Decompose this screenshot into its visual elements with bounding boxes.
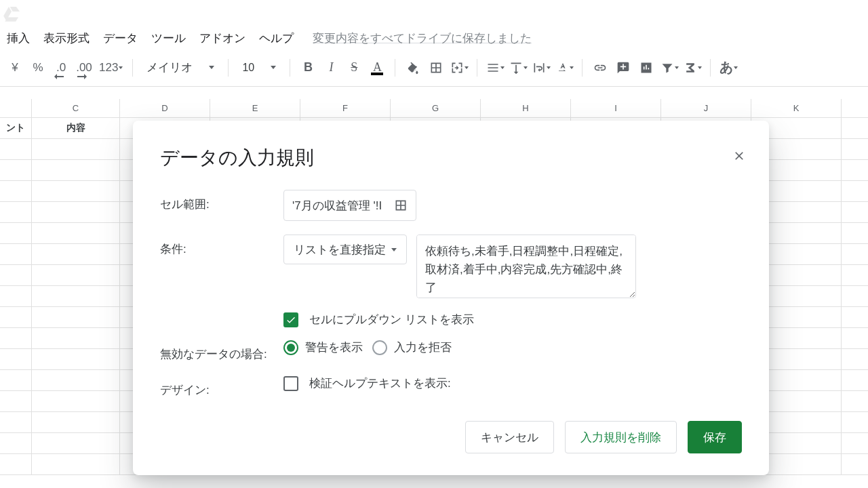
menu-format[interactable]: 表示形式: [37, 28, 96, 49]
menu-tools[interactable]: ツール: [144, 28, 193, 49]
close-button[interactable]: [728, 145, 750, 167]
col-header[interactable]: C: [32, 99, 120, 117]
menu-insert[interactable]: 挿入: [0, 28, 37, 49]
cell[interactable]: ント: [0, 118, 32, 138]
filter-button[interactable]: [658, 57, 680, 79]
menu-addons[interactable]: アドオン: [193, 28, 252, 49]
label-invalid-data: 無効なデータの場合:: [160, 340, 283, 362]
save-button[interactable]: 保存: [688, 421, 742, 453]
col-header[interactable]: F: [300, 99, 391, 117]
v-align-button[interactable]: [507, 57, 529, 79]
row-condition: 条件: リストを直接指定: [160, 235, 742, 298]
radio-warn-group: 警告を表示: [283, 340, 363, 355]
col-header[interactable]: J: [661, 99, 751, 117]
menu-data[interactable]: データ: [96, 28, 144, 49]
separator: [290, 59, 290, 77]
col-header[interactable]: I: [571, 99, 661, 117]
col-header[interactable]: G: [391, 99, 481, 117]
h-align-button[interactable]: [484, 57, 506, 79]
label-cell-range: セル範囲:: [160, 190, 283, 212]
separator: [710, 59, 711, 77]
help-text-checkbox[interactable]: [283, 376, 298, 391]
cell[interactable]: 内容: [32, 118, 120, 138]
col-header[interactable]: K: [751, 99, 842, 117]
italic-button[interactable]: I: [320, 57, 342, 79]
col-header[interactable]: E: [210, 99, 300, 117]
list-items-input[interactable]: [416, 235, 636, 298]
strikethrough-button[interactable]: S: [343, 57, 365, 79]
text-color-swatch: [371, 73, 383, 75]
more-formats-button[interactable]: 123: [96, 57, 125, 79]
input-method-button[interactable]: あ: [717, 57, 739, 79]
topbar: [0, 0, 868, 27]
show-dropdown-label: セルにプルダウン リストを表示: [309, 312, 474, 327]
currency-format-button[interactable]: ¥: [4, 57, 26, 79]
dialog-title: データの入力規則: [160, 145, 742, 171]
radio-show-warning[interactable]: [283, 340, 298, 355]
help-text-label: 検証ヘルプテキストを表示:: [309, 375, 451, 391]
font-family-select[interactable]: メイリオ: [140, 60, 221, 75]
col-header[interactable]: D: [120, 99, 210, 117]
row-show-dropdown: セルにプルダウン リストを表示: [160, 312, 742, 327]
col-header[interactable]: H: [481, 99, 571, 117]
show-dropdown-checkbox[interactable]: [283, 312, 298, 327]
column-headers: C D E F G H I J K: [0, 99, 868, 118]
cancel-button[interactable]: キャンセル: [465, 421, 554, 453]
label-condition: 条件:: [160, 235, 283, 257]
condition-type-select[interactable]: リストを直接指定: [283, 235, 407, 264]
radio-reject-input[interactable]: [372, 340, 387, 355]
font-size-select[interactable]: 10: [235, 62, 283, 74]
save-status: 変更内容をすべてドライブに保存しました: [313, 30, 532, 46]
insert-comment-button[interactable]: [612, 57, 634, 79]
functions-button[interactable]: [682, 57, 703, 79]
separator: [582, 59, 583, 77]
label-design: デザイン:: [160, 375, 283, 398]
remove-validation-button[interactable]: 入力規則を削除: [565, 421, 677, 453]
borders-button[interactable]: [425, 57, 447, 79]
percent-format-button[interactable]: %: [27, 57, 49, 79]
radio-reject-group: 入力を拒否: [372, 340, 452, 355]
toolbar: ¥ % .0 .00 123 メイリオ 10 B I S A あ: [0, 49, 868, 87]
dialog-footer: キャンセル 入力規則を削除 保存: [465, 421, 742, 453]
radio-reject-input-label: 入力を拒否: [394, 340, 452, 355]
insert-link-button[interactable]: [589, 57, 611, 79]
radio-show-warning-label: 警告を表示: [305, 340, 363, 355]
row-invalid-data: 無効なデータの場合: 警告を表示 入力を拒否: [160, 340, 742, 362]
text-rotation-button[interactable]: [553, 57, 575, 79]
text-wrap-button[interactable]: [530, 57, 552, 79]
corner-cell[interactable]: [0, 99, 32, 117]
chevron-down-icon: [391, 248, 397, 251]
separator: [132, 59, 133, 77]
insert-chart-button[interactable]: [635, 57, 657, 79]
fill-color-button[interactable]: [402, 57, 424, 79]
drive-icon: [3, 4, 22, 23]
cell-range-input[interactable]: [292, 199, 387, 212]
row-design: デザイン: 検証ヘルプテキストを表示:: [160, 375, 742, 398]
merge-cells-button[interactable]: [448, 57, 470, 79]
row-cell-range: セル範囲:: [160, 190, 742, 221]
select-range-icon[interactable]: [394, 199, 408, 212]
menu-help[interactable]: ヘルプ: [252, 28, 300, 49]
decrease-decimal-button[interactable]: .0: [50, 57, 72, 79]
data-validation-dialog: データの入力規則 セル範囲: 条件: リストを直接指定 セルにプ: [133, 121, 769, 475]
text-color-button[interactable]: A: [366, 57, 388, 79]
separator: [477, 59, 477, 77]
bold-button[interactable]: B: [297, 57, 319, 79]
separator: [228, 59, 229, 77]
increase-decimal-button[interactable]: .00: [73, 57, 95, 79]
cell-range-wrapper: [283, 190, 416, 221]
separator: [395, 59, 395, 77]
menubar: 挿入 表示形式 データ ツール アドオン ヘルプ 変更内容をすべてドライブに保存…: [0, 27, 868, 49]
